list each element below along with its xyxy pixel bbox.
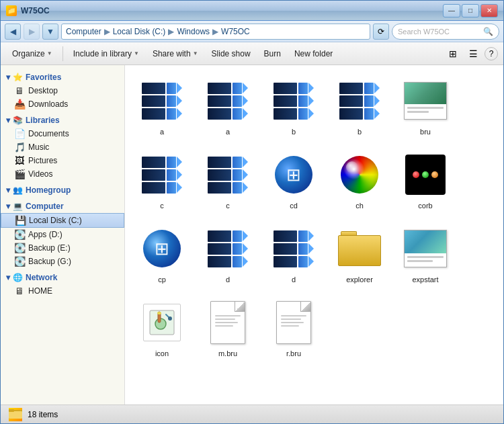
breadcrumb-w75oc[interactable]: W75OC [221,27,250,36]
file-item-expstart[interactable]: expstart [395,220,456,288]
refresh-button[interactable]: ⟳ [373,24,389,40]
forward-button[interactable]: ▶ [24,24,40,40]
sidebar-header-favorites[interactable]: ▾ ⭐ Favorites [1,71,124,84]
view-toggle-button[interactable]: ⊞ [444,45,462,62]
search-bar[interactable]: Search W75OC 🔍 [392,24,499,40]
file-icon-bru [401,77,450,125]
sidebar-section-favorites: ▾ ⭐ Favorites 🖥 Desktop 📥 Downloads [1,71,124,111]
file-label-ch: ch [355,202,364,210]
view-list-button[interactable]: ☰ [464,45,482,62]
sidebar-header-homegroup[interactable]: ▾ 👥 Homegroup [1,183,124,197]
sidebar-section-computer: ▾ 💻 Computer 💾 Local Disk (C:) 💽 Apps (D… [1,200,124,268]
sidebar-item-music[interactable]: 🎵 Music [1,140,124,154]
explorer-folder [338,231,381,266]
local-disk-c-label: Local Disk (C:) [29,216,82,225]
recent-button[interactable]: ▼ [42,24,58,40]
share-with-button[interactable]: Share with ▼ [146,45,204,62]
file-item-d2[interactable]: d [263,220,324,288]
file-label-corb: corb [418,202,432,210]
homegroup-label: Homegroup [26,185,71,195]
slide-show-button[interactable]: Slide show [206,45,257,62]
sidebar-header-computer[interactable]: ▾ 💻 Computer [1,200,124,213]
help-button[interactable]: ? [485,47,498,60]
file-label-c2: c [226,202,230,210]
file-icon-expstart [401,224,450,273]
minimize-button[interactable]: — [443,4,460,17]
address-bar: ◀ ▶ ▼ Computer ▶ Local Disk (C:) ▶ Windo… [1,21,503,42]
maximize-button[interactable]: □ [462,4,479,17]
file-item-b1[interactable]: b [263,72,324,140]
file-item-a2[interactable]: a [198,72,258,140]
breadcrumb-localdisk[interactable]: Local Disk (C:) [113,27,166,36]
favorites-label: Favorites [26,73,61,82]
file-item-b2[interactable]: b [329,72,390,140]
file-label-b1: b [292,128,296,136]
sidebar-item-documents[interactable]: 📄 Documents [1,127,124,140]
burn-button[interactable]: Burn [258,45,287,62]
bru-thumb [404,82,447,120]
organize-button[interactable]: Organize ▼ [6,45,58,62]
documents-label: Documents [28,129,69,138]
file-item-corb[interactable]: corb [395,146,456,214]
close-button[interactable]: ✕ [480,4,498,17]
sidebar-item-backup-g[interactable]: 💽 Backup (G:) [1,255,124,268]
local-disk-c-icon: 💾 [15,215,26,226]
file-item-c2[interactable]: c [198,146,258,214]
file-icon-cp: ⊞ [138,224,186,273]
sep1: ▶ [104,27,110,36]
back-button[interactable]: ◀ [5,24,21,40]
file-label-rbru: r.bru [286,349,301,357]
file-grid: a [132,72,497,362]
home-icon: 🖥 [14,286,25,296]
file-item-ch[interactable]: ch [329,146,390,214]
sidebar-item-local-disk-c[interactable]: 💾 Local Disk (C:) [1,213,124,228]
desktop-label: Desktop [28,86,58,95]
new-folder-button[interactable]: New folder [288,45,339,62]
breadcrumb[interactable]: Computer ▶ Local Disk (C:) ▶ Windows ▶ W… [61,24,370,40]
file-item-c1[interactable]: c [132,146,192,214]
window: 📁 W75OC — □ ✕ ◀ ▶ ▼ Computer ▶ Local Dis… [0,0,504,424]
file-label-cp: cp [158,275,166,284]
sidebar-item-pictures[interactable]: 🖼 Pictures [1,154,124,167]
file-item-bru[interactable]: bru [395,72,456,140]
file-item-explorer[interactable]: explorer [329,220,390,288]
file-item-mbru[interactable]: m.bru [198,294,258,362]
sidebar-section-homegroup: ▾ 👥 Homegroup [1,183,124,197]
sidebar-item-downloads[interactable]: 📥 Downloads [1,97,124,111]
file-item-icon[interactable]: icon [132,294,192,362]
apps-d-label: Apps (D:) [28,230,62,239]
file-item-d1[interactable]: d [198,220,258,288]
toolbar-right: ⊞ ☰ ? [444,45,498,62]
file-label-b2: b [358,128,362,136]
file-label-bru: bru [420,128,431,136]
svg-point-5 [168,316,172,321]
sidebar-item-apps-d[interactable]: 💽 Apps (D:) [1,228,124,241]
sidebar-item-desktop[interactable]: 🖥 Desktop [1,84,124,97]
file-item-a1[interactable]: a [132,72,192,140]
search-icon[interactable]: 🔍 [483,27,493,36]
file-icon-c2 [204,151,252,199]
rbru-doc [276,301,311,344]
file-icon-rbru [269,298,318,347]
include-in-library-button[interactable]: Include in library ▼ [67,45,145,62]
sidebar-header-network[interactable]: ▾ 🌐 Network [1,271,124,284]
backup-e-icon: 💽 [14,243,25,253]
breadcrumb-windows[interactable]: Windows [177,27,210,36]
file-item-cd[interactable]: ⊞ cd [263,146,324,214]
sidebar-item-videos[interactable]: 🎬 Videos [1,167,124,181]
breadcrumb-computer[interactable]: Computer [66,27,101,36]
file-label-a1: a [160,128,164,136]
pictures-icon: 🖼 [14,155,25,166]
file-icon-cd: ⊞ [269,151,318,199]
file-label-c1: c [160,202,164,210]
cp-win-logo: ⊞ [143,230,181,267]
sidebar-item-home[interactable]: 🖥 HOME [1,284,124,298]
file-item-rbru[interactable]: r.bru [263,294,324,362]
file-label-explorer: explorer [346,275,373,284]
file-label-d1: d [226,275,230,284]
file-item-cp[interactable]: ⊞ cp [132,220,192,288]
sidebar-item-backup-e[interactable]: 💽 Backup (E:) [1,241,124,255]
favorites-arrow: ▾ [6,73,10,82]
sep3: ▶ [212,27,218,36]
sidebar-header-libraries[interactable]: ▾ 📚 Libraries [1,114,124,127]
